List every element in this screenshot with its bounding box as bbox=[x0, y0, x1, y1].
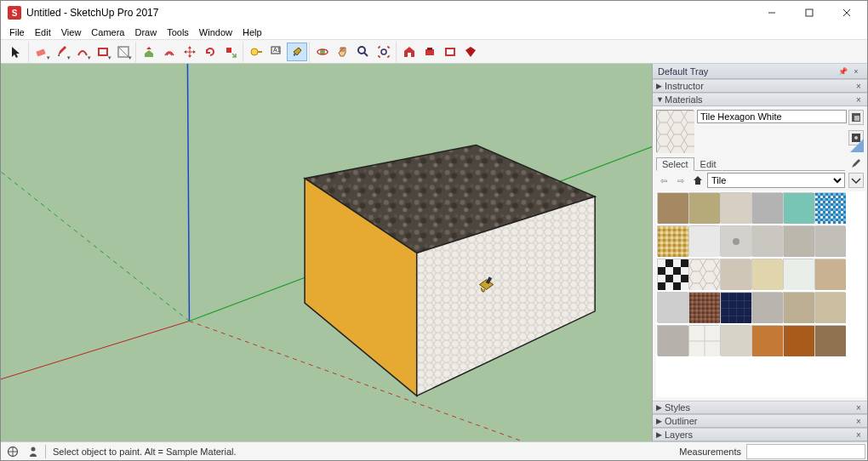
rect-tool[interactable] bbox=[93, 43, 113, 61]
nav-home-button[interactable] bbox=[690, 174, 705, 187]
move-tool[interactable] bbox=[180, 43, 200, 61]
material-swatch[interactable] bbox=[720, 225, 751, 256]
material-preview-swatch[interactable] bbox=[656, 110, 694, 152]
resize-corner-icon bbox=[850, 139, 864, 152]
svg-rect-1 bbox=[806, 9, 813, 16]
material-swatch[interactable] bbox=[783, 192, 814, 223]
panel-layers[interactable]: ▶ Layers × bbox=[653, 428, 867, 441]
panel-close-button[interactable]: × bbox=[854, 430, 864, 440]
material-swatch[interactable] bbox=[783, 325, 814, 356]
maximize-button[interactable] bbox=[791, 1, 828, 25]
warehouse-tool[interactable] bbox=[399, 43, 420, 61]
viewport-3d[interactable] bbox=[1, 64, 652, 441]
menu-view[interactable]: View bbox=[56, 26, 87, 38]
material-swatch[interactable] bbox=[688, 225, 719, 256]
material-swatch[interactable] bbox=[783, 259, 814, 289]
panel-close-button[interactable]: × bbox=[854, 95, 864, 105]
material-swatch[interactable] bbox=[688, 259, 719, 289]
material-swatch[interactable] bbox=[688, 325, 719, 356]
orbit-tool[interactable] bbox=[312, 43, 333, 61]
circle-tool[interactable] bbox=[113, 43, 134, 61]
material-swatch[interactable] bbox=[814, 225, 845, 256]
tray-header[interactable]: Default Tray 📌 × bbox=[653, 64, 867, 79]
panel-instructor[interactable]: ▶ Instructor × bbox=[653, 79, 867, 93]
material-swatch[interactable] bbox=[657, 192, 688, 223]
panel-close-button[interactable]: × bbox=[854, 403, 864, 413]
pushpull-tool[interactable] bbox=[139, 43, 159, 61]
close-button[interactable] bbox=[828, 1, 865, 25]
material-swatch[interactable] bbox=[751, 292, 782, 322]
material-swatch[interactable] bbox=[657, 325, 688, 356]
scale-tool[interactable] bbox=[220, 43, 241, 61]
eraser-tool[interactable] bbox=[31, 43, 52, 61]
material-swatch[interactable] bbox=[783, 225, 814, 256]
offset-tool[interactable] bbox=[159, 43, 180, 61]
paint-tool[interactable] bbox=[287, 43, 307, 61]
svg-rect-64 bbox=[657, 111, 694, 153]
material-swatch[interactable] bbox=[657, 259, 688, 289]
material-swatch[interactable] bbox=[751, 192, 782, 223]
select-tool[interactable] bbox=[6, 43, 26, 61]
svg-rect-88 bbox=[689, 293, 720, 323]
menu-draw[interactable]: Draw bbox=[129, 26, 162, 38]
material-swatch[interactable] bbox=[814, 192, 845, 223]
panel-close-button[interactable]: × bbox=[854, 82, 864, 91]
material-swatch[interactable] bbox=[814, 292, 845, 322]
measurements-input[interactable] bbox=[746, 444, 865, 459]
geo-button[interactable] bbox=[4, 443, 21, 460]
tab-select[interactable]: Select bbox=[656, 157, 694, 171]
material-swatch[interactable] bbox=[814, 325, 845, 356]
extension-tool[interactable] bbox=[420, 43, 440, 61]
tray-close-button[interactable]: × bbox=[850, 65, 862, 77]
menu-window[interactable]: Window bbox=[194, 26, 237, 38]
nav-back-button[interactable]: ⇦ bbox=[656, 174, 671, 187]
material-swatch[interactable] bbox=[720, 259, 751, 289]
tab-edit[interactable]: Edit bbox=[694, 157, 722, 171]
material-swatch[interactable] bbox=[657, 292, 688, 322]
material-swatch[interactable] bbox=[688, 192, 719, 223]
pin-icon[interactable]: 📌 bbox=[837, 65, 848, 77]
library-menu-button[interactable] bbox=[848, 173, 864, 188]
titlebar: S Untitled - SketchUp Pro 2017 bbox=[1, 1, 867, 25]
menu-camera[interactable]: Camera bbox=[86, 26, 129, 38]
menu-file[interactable]: File bbox=[4, 26, 30, 38]
panel-close-button[interactable]: × bbox=[854, 417, 864, 426]
pencil-tool[interactable] bbox=[52, 43, 72, 61]
nav-forward-button[interactable]: ⇨ bbox=[673, 174, 688, 187]
material-swatch[interactable] bbox=[720, 192, 751, 223]
layout-tool[interactable] bbox=[440, 43, 460, 61]
materials-nav: ⇦ ⇨ Tile bbox=[653, 171, 867, 190]
svg-point-15 bbox=[320, 49, 325, 54]
person-button[interactable] bbox=[25, 443, 42, 460]
material-swatch[interactable] bbox=[751, 259, 782, 289]
material-name-input[interactable] bbox=[697, 110, 847, 123]
zoom-tool[interactable] bbox=[353, 43, 374, 61]
panel-styles[interactable]: ▶ Styles × bbox=[653, 401, 867, 414]
eyedropper-icon[interactable] bbox=[848, 159, 864, 171]
svg-rect-76 bbox=[689, 226, 720, 257]
panel-outliner[interactable]: ▶ Outliner × bbox=[653, 414, 867, 428]
material-swatch[interactable] bbox=[720, 325, 751, 356]
panel-materials[interactable]: ▼ Materials × bbox=[653, 93, 867, 106]
pan-tool[interactable] bbox=[333, 43, 353, 61]
rotate-tool[interactable] bbox=[200, 43, 220, 61]
material-swatch[interactable] bbox=[688, 292, 719, 322]
menu-edit[interactable]: Edit bbox=[30, 26, 56, 38]
materials-panel-body: Select Edit ⇦ ⇨ Tile bbox=[653, 106, 867, 401]
zoom-extents-tool[interactable] bbox=[374, 43, 394, 61]
material-swatch[interactable] bbox=[657, 225, 688, 256]
minimize-button[interactable] bbox=[753, 1, 791, 25]
material-swatch[interactable] bbox=[751, 225, 782, 256]
menu-tools[interactable]: Tools bbox=[162, 26, 194, 38]
tape-tool[interactable] bbox=[246, 43, 266, 61]
material-swatch[interactable] bbox=[783, 292, 814, 322]
material-swatch[interactable] bbox=[751, 325, 782, 356]
arc-tool[interactable] bbox=[72, 43, 93, 61]
material-library-select[interactable]: Tile bbox=[707, 173, 845, 188]
create-material-button[interactable] bbox=[848, 110, 864, 125]
material-swatch[interactable] bbox=[720, 292, 751, 322]
material-swatch[interactable] bbox=[814, 259, 845, 289]
text-tool[interactable]: A1 bbox=[266, 43, 287, 61]
ruby-tool[interactable] bbox=[460, 43, 481, 61]
menu-help[interactable]: Help bbox=[237, 26, 267, 38]
